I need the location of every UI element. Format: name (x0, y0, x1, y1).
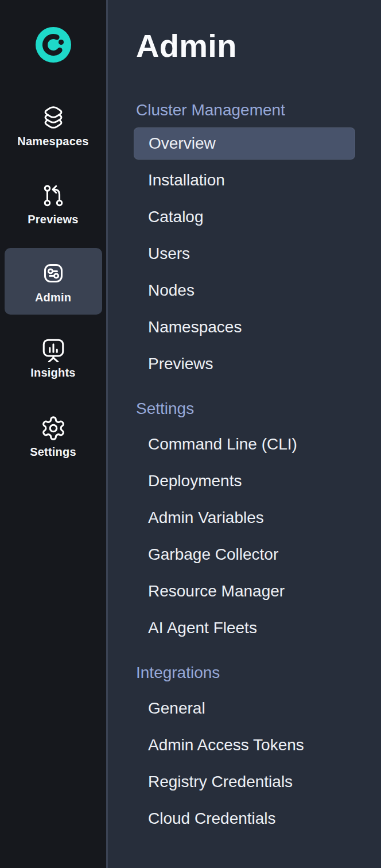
subnav-item-cloud-credentials[interactable]: Cloud Credentials (134, 800, 355, 837)
app-window: Namespaces Previews (0, 0, 381, 868)
presentation-chart-icon (40, 336, 67, 362)
subnav-item-garbage-collector[interactable]: Garbage Collector (134, 536, 355, 573)
admin-subnav-panel: Admin Cluster Management Overview Instal… (108, 0, 381, 868)
git-compare-icon (40, 183, 67, 209)
subnav-item-resource-manager[interactable]: Resource Manager (134, 573, 355, 610)
rail-item-settings[interactable]: Settings (5, 415, 102, 459)
primary-nav-rail: Namespaces Previews (0, 0, 108, 868)
subnav-item-admin-access-tokens[interactable]: Admin Access Tokens (134, 727, 355, 764)
section-header-settings: Settings (136, 400, 355, 418)
subnav-item-ai-agent-fleets[interactable]: AI Agent Fleets (134, 610, 355, 646)
rail-item-label: Admin (35, 290, 71, 304)
rail-item-insights[interactable]: Insights (5, 336, 102, 379)
layers-icon (40, 104, 67, 131)
gear-icon (40, 415, 67, 441)
integrations-list: General Admin Access Tokens Registry Cre… (134, 690, 355, 837)
section-header-cluster-management: Cluster Management (136, 101, 355, 119)
subnav-item-nodes[interactable]: Nodes (134, 272, 355, 309)
settings-list: Command Line (CLI) Deployments Admin Var… (134, 426, 355, 646)
subnav-item-overview[interactable]: Overview (134, 127, 355, 160)
rail-item-label: Previews (28, 212, 78, 226)
brand-logo[interactable] (36, 27, 71, 63)
page-title: Admin (136, 30, 355, 62)
section-header-integrations: Integrations (136, 664, 355, 682)
subnav-item-command-line-cli[interactable]: Command Line (CLI) (134, 426, 355, 463)
rail-item-previews[interactable]: Previews (5, 183, 102, 226)
cycle-logo-icon (36, 27, 71, 63)
rail-item-label: Namespaces (17, 134, 88, 148)
subnav-item-users[interactable]: Users (134, 235, 355, 272)
subnav-item-namespaces[interactable]: Namespaces (134, 309, 355, 346)
rail-item-label: Settings (30, 445, 76, 459)
rail-item-label: Insights (30, 366, 75, 379)
subnav-item-previews[interactable]: Previews (134, 346, 355, 382)
subnav-item-deployments[interactable]: Deployments (134, 463, 355, 499)
subnav-item-registry-credentials[interactable]: Registry Credentials (134, 764, 355, 800)
sliders-icon (40, 259, 67, 287)
cluster-management-list: Overview Installation Catalog Users Node… (134, 127, 355, 382)
subnav-item-general[interactable]: General (134, 690, 355, 727)
rail-item-admin-active[interactable]: Admin (5, 248, 102, 315)
subnav-item-installation[interactable]: Installation (134, 162, 355, 199)
subnav-item-admin-variables[interactable]: Admin Variables (134, 499, 355, 536)
rail-item-namespaces[interactable]: Namespaces (5, 104, 102, 148)
subnav-item-catalog[interactable]: Catalog (134, 199, 355, 235)
